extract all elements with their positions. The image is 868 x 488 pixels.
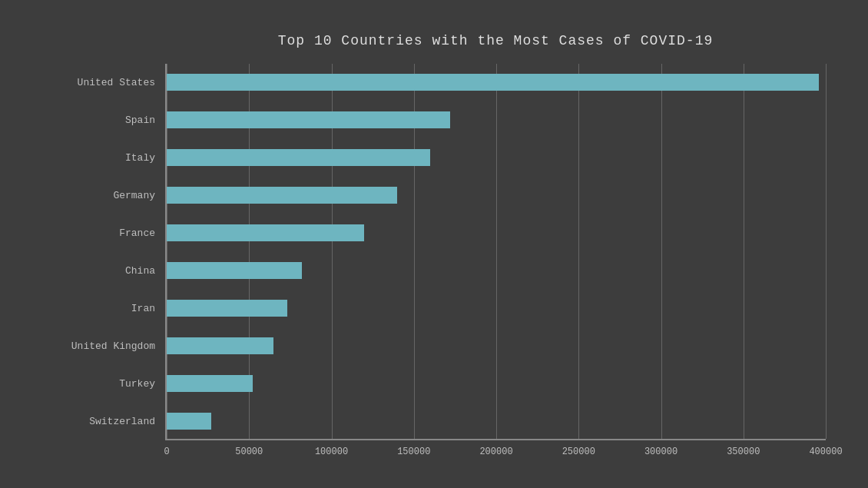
bar-united-states	[167, 74, 819, 91]
x-label-250000: 250000	[562, 447, 595, 457]
x-label-300000: 300000	[644, 447, 678, 457]
x-label-0: 0	[164, 447, 169, 457]
x-label-400000: 400000	[809, 447, 842, 457]
bar-iran	[167, 300, 287, 317]
x-label-350000: 350000	[727, 447, 760, 457]
y-label-united-states: United States	[78, 77, 155, 88]
grid-line-8	[826, 64, 827, 439]
y-label-united-kingdom: United Kingdom	[71, 340, 155, 352]
y-labels: United StatesSpainItalyGermanyFranceChin…	[13, 64, 163, 439]
y-label-france: France	[119, 227, 155, 239]
y-label-germany: Germany	[113, 190, 155, 201]
bar-turkey	[167, 375, 253, 392]
bar-spain	[167, 111, 450, 128]
bar-china	[167, 262, 302, 279]
x-label-150000: 150000	[397, 447, 430, 457]
bar-united-kingdom	[167, 337, 273, 354]
chart-title: Top 10 Countries with the Most Cases of …	[165, 33, 826, 48]
chart-container: Top 10 Countries with the Most Cases of …	[12, 10, 856, 479]
bar-germany	[167, 187, 397, 204]
bars	[167, 64, 826, 439]
x-axis-labels: 0500001000001500002000002500003000003500…	[167, 447, 826, 462]
y-label-turkey: Turkey	[119, 378, 155, 390]
bar-switzerland	[167, 413, 211, 430]
y-label-china: China	[125, 265, 155, 277]
bar-italy	[167, 149, 430, 166]
x-label-200000: 200000	[479, 447, 512, 457]
bar-france	[167, 224, 364, 241]
y-label-italy: Italy	[125, 152, 155, 164]
y-label-spain: Spain	[125, 115, 155, 126]
x-label-50000: 50000	[235, 447, 263, 457]
x-label-100000: 100000	[315, 447, 348, 457]
chart-area: United StatesSpainItalyGermanyFranceChin…	[165, 64, 826, 440]
y-label-iran: Iran	[131, 303, 155, 314]
y-label-switzerland: Switzerland	[89, 416, 155, 427]
